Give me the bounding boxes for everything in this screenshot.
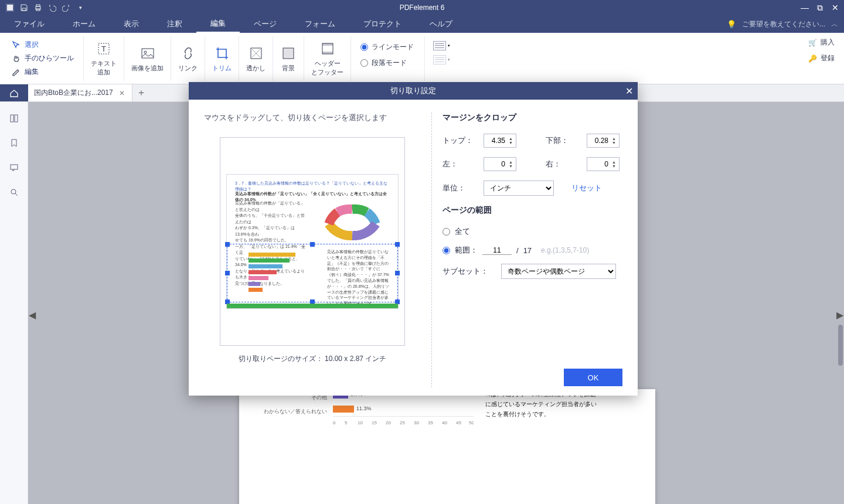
qat-dropdown-icon[interactable]: ▾: [75, 2, 86, 13]
svg-rect-36: [249, 264, 283, 268]
svg-text:T: T: [101, 45, 106, 53]
trim-button[interactable]: トリム: [205, 36, 239, 81]
svg-text:50: 50: [469, 420, 474, 425]
quick-access-toolbar: ▾: [0, 2, 86, 13]
watermark-button[interactable]: 透かし: [239, 36, 273, 81]
add-image-button[interactable]: 画像を追加: [124, 36, 171, 81]
svg-text:5: 5: [345, 420, 348, 425]
edit-tool[interactable]: 編集: [12, 67, 74, 77]
left-label: 左：: [443, 159, 478, 169]
top-label: トップ：: [443, 135, 478, 146]
svg-text:10: 10: [358, 420, 363, 425]
left-spinner[interactable]: ▲▼: [484, 157, 516, 171]
svg-text:30: 30: [414, 420, 419, 425]
close-button[interactable]: ✕: [830, 3, 840, 13]
title-bar: ▾ PDFelement 6 — ⧉ ✕: [0, 0, 844, 15]
unit-select[interactable]: インチ: [484, 181, 554, 196]
menu-form[interactable]: フォーム: [291, 15, 349, 33]
svg-text:0: 0: [333, 420, 336, 425]
header-footer-button[interactable]: ヘッダー とフッター: [304, 36, 351, 81]
right-spinner[interactable]: ▲▼: [587, 157, 620, 171]
svg-rect-16: [11, 115, 13, 122]
menu-view[interactable]: 表示: [110, 15, 153, 33]
app-title: PDFelement 6: [400, 4, 445, 12]
paragraph-option-2[interactable]: ▾: [433, 55, 446, 64]
ok-button[interactable]: OK: [564, 369, 622, 386]
svg-text:15: 15: [372, 420, 377, 425]
redo-icon[interactable]: [61, 2, 72, 13]
background-button[interactable]: 背景: [273, 36, 304, 81]
tell-me-bulb-icon: 💡: [727, 20, 736, 29]
dialog-close-icon[interactable]: ✕: [625, 86, 633, 97]
svg-rect-12: [283, 48, 294, 59]
para-mode-radio[interactable]: 段落モード: [360, 58, 414, 68]
home-tab[interactable]: [0, 84, 28, 101]
edit-label: 編集: [25, 67, 39, 77]
register-button[interactable]: 🔑登録: [808, 53, 835, 63]
svg-rect-21: [333, 406, 354, 413]
range-custom-radio[interactable]: 範囲： / 17 e.g.(1,3,5,7-10): [443, 245, 622, 256]
pan-tool[interactable]: 手のひらツール: [12, 53, 74, 63]
menu-protect[interactable]: プロテクト: [349, 15, 416, 33]
svg-rect-18: [11, 165, 18, 169]
crop-preview[interactable]: 3．7．蓄積した見込み客情報の件数は足りている？「足りていない」と考える主な理由…: [220, 137, 405, 346]
thumbnails-icon[interactable]: [8, 113, 20, 124]
menu-comment[interactable]: 注釈: [153, 15, 196, 33]
document-tab[interactable]: 国内BtoB企業にお...2017 ✕: [28, 84, 132, 101]
svg-rect-15: [322, 52, 333, 54]
dialog-divider: [431, 113, 432, 387]
crop-selection[interactable]: 見込み客情報の件数が足りていないと考える方にその理由を「不足」（不足）を理由に挙…: [227, 244, 398, 302]
cart-icon: 🛒: [808, 39, 817, 47]
svg-text:45: 45: [456, 420, 461, 425]
link-button[interactable]: リンク: [171, 36, 205, 81]
menu-file[interactable]: ファイル: [0, 15, 59, 33]
unit-label: 単位：: [443, 183, 478, 193]
bookmark-icon[interactable]: [8, 137, 20, 149]
buy-button[interactable]: 🛒購入: [808, 38, 835, 47]
line-mode-radio[interactable]: ラインモード: [360, 42, 414, 52]
subset-label: サブセット：: [443, 266, 495, 277]
paragraph-option-1[interactable]: ▾: [433, 41, 446, 50]
dialog-title: 切り取り設定: [390, 86, 436, 96]
maximize-button[interactable]: ⧉: [815, 3, 825, 13]
key-icon: 🔑: [808, 55, 817, 63]
comment-icon[interactable]: [8, 162, 20, 173]
bottom-spinner[interactable]: ▲▼: [587, 134, 620, 148]
margin-section-title: マージンをクロップ: [443, 113, 622, 123]
range-section-title: ページの範囲: [443, 205, 622, 216]
menu-bar: ファイル ホーム 表示 注釈 編集 ページ フォーム プロテクト ヘルプ 💡 ご…: [0, 15, 844, 33]
range-all-radio[interactable]: 全て: [443, 226, 622, 237]
save-icon[interactable]: [19, 2, 29, 13]
svg-point-9: [144, 51, 147, 53]
svg-text:25: 25: [400, 420, 405, 425]
svg-rect-2: [22, 8, 26, 11]
add-text-button[interactable]: T テキスト 追加: [84, 36, 124, 81]
select-tool[interactable]: 選択: [12, 40, 74, 50]
crop-size-text: 切り取りページのサイズ： 10.00 x 2.87 インチ: [204, 354, 421, 364]
search-icon[interactable]: [8, 186, 20, 198]
tab-close-icon[interactable]: ✕: [118, 89, 126, 97]
right-label: 右：: [546, 159, 581, 169]
range-total: 17: [523, 246, 532, 255]
collapse-ribbon-icon[interactable]: ︿: [831, 19, 838, 29]
svg-rect-40: [249, 288, 263, 292]
menu-edit[interactable]: 編集: [196, 15, 240, 33]
minimize-button[interactable]: —: [799, 3, 810, 13]
reset-link[interactable]: リセット: [571, 183, 602, 193]
print-icon[interactable]: [33, 2, 43, 13]
menu-page[interactable]: ページ: [240, 15, 291, 33]
svg-text:40: 40: [442, 420, 447, 425]
vertical-scrollbar[interactable]: [837, 102, 843, 504]
menu-help[interactable]: ヘルプ: [416, 15, 467, 33]
subset-select[interactable]: 奇数ページや偶数ページ: [501, 264, 616, 279]
new-tab-button[interactable]: ＋: [132, 84, 150, 101]
top-spinner[interactable]: ▲▼: [484, 134, 516, 148]
svg-rect-17: [15, 115, 18, 122]
prev-page-arrow[interactable]: ◀: [28, 303, 36, 326]
undo-icon[interactable]: [47, 2, 57, 13]
menu-home[interactable]: ホーム: [59, 15, 110, 33]
tell-me-text[interactable]: ご要望を教えてください...: [742, 19, 825, 29]
range-from-input[interactable]: [482, 246, 512, 255]
svg-rect-34: [249, 253, 295, 257]
svg-rect-8: [142, 49, 154, 58]
